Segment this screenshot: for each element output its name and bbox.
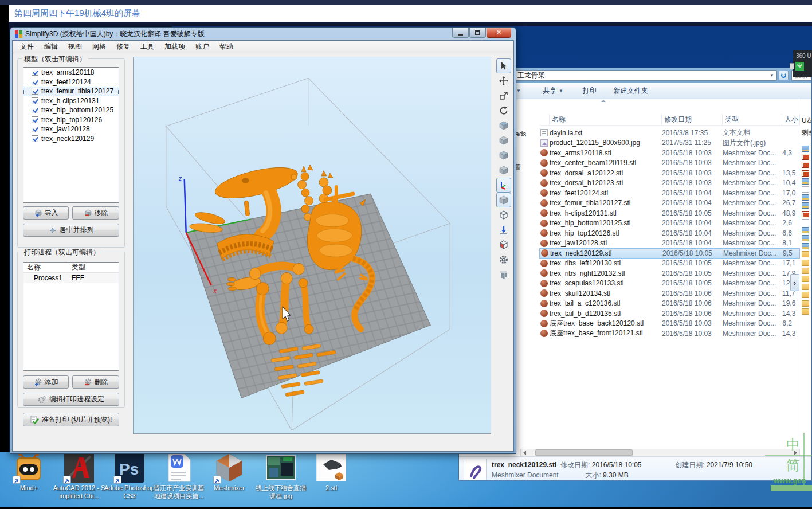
cursor-tool-button[interactable] xyxy=(496,58,511,73)
image-file-icon[interactable] xyxy=(802,186,809,193)
column-header-size[interactable]: 大小 xyxy=(782,114,800,125)
file-row[interactable]: trex_jaw120128.stl2016/5/18 10:04Meshmix… xyxy=(539,238,800,249)
address-dropdown-icon[interactable]: ▼ xyxy=(770,73,774,78)
view-cube-iso-button[interactable] xyxy=(496,163,511,178)
file-row[interactable]: trex_ribs_left120130.stl2016/5/18 10:05M… xyxy=(539,259,800,269)
place-on-bed-button[interactable] xyxy=(496,222,511,237)
file-row[interactable]: trex_center_beam120119.stl2016/5/18 10:0… xyxy=(539,158,800,169)
cross-section-button[interactable] xyxy=(496,237,511,252)
folder-icon[interactable] xyxy=(802,194,809,201)
menu-tools[interactable]: 工具 xyxy=(135,40,159,53)
add-process-button[interactable]: 添加 xyxy=(23,375,69,389)
folder-icon[interactable] xyxy=(802,300,809,307)
file-row[interactable]: dayin.la.txt2016/3/8 17:35文本文档 xyxy=(539,128,800,138)
menu-addons[interactable]: 加载项 xyxy=(159,40,190,53)
nav-item-fragment[interactable]: ads xyxy=(515,130,526,138)
file-row[interactable]: trex_scapulas120133.stl2016/5/18 10:05Me… xyxy=(539,279,800,289)
minimize-button[interactable] xyxy=(452,28,469,38)
checkbox-checked[interactable] xyxy=(32,97,38,104)
file-row[interactable]: product_120115_800x600.jpg2017/5/31 11:2… xyxy=(539,138,800,148)
scale-tool-button[interactable] xyxy=(496,88,511,103)
file-row[interactable]: trex_hip_top120126.stl2016/5/18 10:04Mes… xyxy=(539,228,800,238)
menu-repair[interactable]: 修复 xyxy=(111,40,135,53)
move-tool-button[interactable] xyxy=(496,73,511,88)
menu-edit[interactable]: 编辑 xyxy=(39,40,63,53)
expand-pane-button[interactable]: › xyxy=(790,274,799,291)
file-row[interactable]: trex_hip_bottom120125.stl2016/5/18 10:04… xyxy=(539,218,800,229)
file-row[interactable]: trex_dorsal_b120123.stl2016/5/18 10:03Me… xyxy=(539,178,800,189)
desktop-icon-meshmixer[interactable]: Meshmixer xyxy=(203,453,256,492)
folder-icon[interactable] xyxy=(802,243,809,249)
checkbox-checked[interactable] xyxy=(32,126,38,132)
maximize-button[interactable] xyxy=(469,28,486,38)
file-row-selected[interactable]: trex_neck120129.stl2016/5/18 10:05Meshmi… xyxy=(539,248,800,259)
support-structures-button[interactable] xyxy=(496,267,511,282)
folder-icon[interactable] xyxy=(802,146,809,152)
edit-process-settings-button[interactable]: 编辑打印进程设定 xyxy=(23,393,119,406)
file-row[interactable]: trex_tail_b_d120135.stl2016/5/18 10:06Me… xyxy=(539,308,800,319)
model-list-item[interactable]: trex_hip_bottom120125 xyxy=(23,105,119,115)
close-button[interactable]: ✕ xyxy=(487,28,511,38)
checkbox-checked[interactable] xyxy=(32,135,38,142)
desktop-icon-jpg-photo[interactable]: 线上线下结合直播课程.jpg xyxy=(254,453,307,500)
folder-icon[interactable] xyxy=(802,268,809,274)
titlebar[interactable]: Simplify3D (授权给中国人)by：晓龙汉化翻译 吾爱破解专版 xyxy=(15,29,205,39)
settings-gear-button[interactable] xyxy=(496,252,511,267)
folder-icon[interactable] xyxy=(802,308,809,315)
process-row[interactable]: Process1 FFF xyxy=(23,273,119,283)
column-header-date[interactable]: 修改日期 xyxy=(662,114,723,125)
desktop-icon-mindplus[interactable]: Mind+ xyxy=(2,453,55,492)
remove-button[interactable]: 移除 xyxy=(72,206,119,220)
folder-icon[interactable] xyxy=(802,260,809,266)
coordinate-axes-button[interactable] xyxy=(496,178,511,193)
import-button[interactable]: 导入 xyxy=(23,206,69,220)
desktop-icon-wps-doc[interactable]: 晋江市产业实训基地建设项目实施... xyxy=(152,453,205,500)
document-file-icon[interactable] xyxy=(802,219,809,225)
checkbox-checked[interactable] xyxy=(32,69,38,76)
ppt-file-icon[interactable] xyxy=(802,154,809,160)
ppt-file-icon[interactable] xyxy=(802,211,809,217)
menu-help[interactable]: 帮助 xyxy=(214,40,238,53)
model-list-item[interactable]: trex_h-clips120131 xyxy=(23,96,119,106)
usb-tray-popup[interactable]: 360 U 安 xyxy=(793,50,812,77)
folder-icon[interactable] xyxy=(802,276,809,282)
folder-icon[interactable] xyxy=(802,178,809,185)
model-list-item[interactable]: trex_arms120118 xyxy=(23,68,119,77)
model-list-item[interactable]: trex_jaw120128 xyxy=(23,124,119,134)
prepare-print-button[interactable]: 准备打印 (切片并预览)! xyxy=(23,413,119,426)
model-list-item-selected[interactable]: trex_femur_tibia120127 xyxy=(23,87,119,96)
address-bar[interactable]: 王龙骨架 ▼ xyxy=(513,70,777,81)
wireframe-view-button[interactable] xyxy=(496,207,511,222)
folder-icon[interactable] xyxy=(802,235,809,241)
file-row[interactable]: trex_arms120118.stl2016/5/18 10:03Meshmi… xyxy=(539,148,800,158)
view-cube-front-button[interactable] xyxy=(496,118,511,133)
folder-icon[interactable] xyxy=(802,284,809,290)
menu-file[interactable]: 文件 xyxy=(15,40,39,53)
desktop-icon-2stl[interactable]: 2.stl xyxy=(305,453,358,492)
scroll-left-arrow[interactable] xyxy=(521,449,528,456)
delete-process-button[interactable]: 删除 xyxy=(72,375,119,389)
desktop-icon-photoshop[interactable]: Ps Adobe Photoshop CS3 xyxy=(103,453,156,500)
horizontal-scrollbar[interactable] xyxy=(520,449,800,456)
checkbox-checked[interactable] xyxy=(32,79,38,85)
checkbox-checked[interactable] xyxy=(32,88,38,95)
desktop-icon-autocad[interactable]: AutoCAD 2012 - Simplified Chi... xyxy=(53,453,105,500)
file-row[interactable]: 底座trex_base_front120121.stl2016/5/18 10:… xyxy=(539,328,800,339)
model-list-item[interactable]: trex_feet120124 xyxy=(23,77,119,87)
folder-icon[interactable] xyxy=(802,202,809,209)
column-header-name[interactable]: 名称 xyxy=(550,114,662,125)
file-row[interactable]: trex_skull120134.stl2016/5/18 10:06Meshm… xyxy=(539,288,800,299)
viewport-3d[interactable]: z x xyxy=(133,57,491,434)
toolbar-print-button[interactable]: 打印 xyxy=(578,84,601,98)
file-row[interactable]: trex_dorsal_a120122.stl2016/5/18 10:03Me… xyxy=(539,168,800,178)
model-list-item[interactable]: trex_neck120129 xyxy=(23,134,119,144)
checkbox-checked[interactable] xyxy=(32,107,38,113)
folder-icon[interactable] xyxy=(802,251,809,257)
refresh-button[interactable] xyxy=(779,71,789,80)
scrollbar-thumb[interactable] xyxy=(535,449,633,456)
file-row[interactable]: trex_feet120124.stl2016/5/18 10:04Meshmi… xyxy=(539,188,800,198)
folder-icon[interactable] xyxy=(802,227,809,233)
menu-mesh[interactable]: 网格 xyxy=(87,40,111,53)
ppt-file-icon[interactable] xyxy=(802,170,809,177)
model-list-item[interactable]: trex_hip_top120126 xyxy=(23,115,119,125)
